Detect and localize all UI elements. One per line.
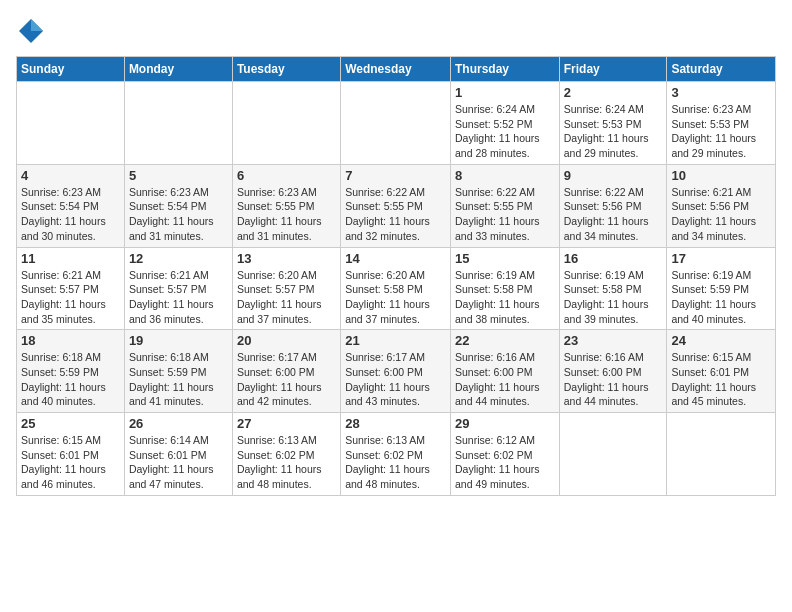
day-info: Sunrise: 6:21 AMSunset: 5:57 PMDaylight:… [129, 268, 228, 327]
day-info: Sunrise: 6:13 AMSunset: 6:02 PMDaylight:… [237, 433, 336, 492]
calendar-cell: 18Sunrise: 6:18 AMSunset: 5:59 PMDayligh… [17, 330, 125, 413]
day-info: Sunrise: 6:18 AMSunset: 5:59 PMDaylight:… [21, 350, 120, 409]
weekday-header-sunday: Sunday [17, 57, 125, 82]
day-info: Sunrise: 6:13 AMSunset: 6:02 PMDaylight:… [345, 433, 446, 492]
week-row-1: 1Sunrise: 6:24 AMSunset: 5:52 PMDaylight… [17, 82, 776, 165]
weekday-header-wednesday: Wednesday [341, 57, 451, 82]
day-info: Sunrise: 6:22 AMSunset: 5:55 PMDaylight:… [455, 185, 555, 244]
calendar-cell: 15Sunrise: 6:19 AMSunset: 5:58 PMDayligh… [450, 247, 559, 330]
day-info: Sunrise: 6:21 AMSunset: 5:57 PMDaylight:… [21, 268, 120, 327]
day-number: 17 [671, 251, 771, 266]
calendar-cell: 11Sunrise: 6:21 AMSunset: 5:57 PMDayligh… [17, 247, 125, 330]
calendar-cell: 7Sunrise: 6:22 AMSunset: 5:55 PMDaylight… [341, 164, 451, 247]
day-number: 7 [345, 168, 446, 183]
day-info: Sunrise: 6:19 AMSunset: 5:59 PMDaylight:… [671, 268, 771, 327]
day-number: 29 [455, 416, 555, 431]
calendar-table: SundayMondayTuesdayWednesdayThursdayFrid… [16, 56, 776, 496]
day-info: Sunrise: 6:16 AMSunset: 6:00 PMDaylight:… [564, 350, 663, 409]
weekday-header-thursday: Thursday [450, 57, 559, 82]
calendar-cell: 22Sunrise: 6:16 AMSunset: 6:00 PMDayligh… [450, 330, 559, 413]
day-info: Sunrise: 6:19 AMSunset: 5:58 PMDaylight:… [564, 268, 663, 327]
day-number: 12 [129, 251, 228, 266]
calendar-cell: 13Sunrise: 6:20 AMSunset: 5:57 PMDayligh… [232, 247, 340, 330]
day-number: 3 [671, 85, 771, 100]
day-number: 20 [237, 333, 336, 348]
day-info: Sunrise: 6:15 AMSunset: 6:01 PMDaylight:… [21, 433, 120, 492]
day-number: 24 [671, 333, 771, 348]
day-info: Sunrise: 6:22 AMSunset: 5:56 PMDaylight:… [564, 185, 663, 244]
calendar-cell: 17Sunrise: 6:19 AMSunset: 5:59 PMDayligh… [667, 247, 776, 330]
logo-icon [16, 16, 46, 46]
day-number: 25 [21, 416, 120, 431]
calendar-cell [341, 82, 451, 165]
calendar-cell: 23Sunrise: 6:16 AMSunset: 6:00 PMDayligh… [559, 330, 667, 413]
day-info: Sunrise: 6:20 AMSunset: 5:57 PMDaylight:… [237, 268, 336, 327]
day-number: 15 [455, 251, 555, 266]
week-row-3: 11Sunrise: 6:21 AMSunset: 5:57 PMDayligh… [17, 247, 776, 330]
day-number: 9 [564, 168, 663, 183]
calendar-cell: 9Sunrise: 6:22 AMSunset: 5:56 PMDaylight… [559, 164, 667, 247]
calendar-cell [232, 82, 340, 165]
day-number: 26 [129, 416, 228, 431]
day-info: Sunrise: 6:20 AMSunset: 5:58 PMDaylight:… [345, 268, 446, 327]
day-number: 6 [237, 168, 336, 183]
calendar-cell: 3Sunrise: 6:23 AMSunset: 5:53 PMDaylight… [667, 82, 776, 165]
day-info: Sunrise: 6:23 AMSunset: 5:54 PMDaylight:… [21, 185, 120, 244]
day-info: Sunrise: 6:17 AMSunset: 6:00 PMDaylight:… [345, 350, 446, 409]
day-info: Sunrise: 6:21 AMSunset: 5:56 PMDaylight:… [671, 185, 771, 244]
calendar-cell: 28Sunrise: 6:13 AMSunset: 6:02 PMDayligh… [341, 413, 451, 496]
day-number: 2 [564, 85, 663, 100]
weekday-header-tuesday: Tuesday [232, 57, 340, 82]
day-number: 8 [455, 168, 555, 183]
calendar-cell [667, 413, 776, 496]
calendar-cell: 27Sunrise: 6:13 AMSunset: 6:02 PMDayligh… [232, 413, 340, 496]
day-info: Sunrise: 6:14 AMSunset: 6:01 PMDaylight:… [129, 433, 228, 492]
day-info: Sunrise: 6:24 AMSunset: 5:52 PMDaylight:… [455, 102, 555, 161]
calendar-cell: 10Sunrise: 6:21 AMSunset: 5:56 PMDayligh… [667, 164, 776, 247]
day-number: 14 [345, 251, 446, 266]
calendar-cell: 8Sunrise: 6:22 AMSunset: 5:55 PMDaylight… [450, 164, 559, 247]
weekday-header-friday: Friday [559, 57, 667, 82]
calendar-cell: 4Sunrise: 6:23 AMSunset: 5:54 PMDaylight… [17, 164, 125, 247]
day-info: Sunrise: 6:18 AMSunset: 5:59 PMDaylight:… [129, 350, 228, 409]
day-info: Sunrise: 6:17 AMSunset: 6:00 PMDaylight:… [237, 350, 336, 409]
day-info: Sunrise: 6:19 AMSunset: 5:58 PMDaylight:… [455, 268, 555, 327]
calendar-cell: 12Sunrise: 6:21 AMSunset: 5:57 PMDayligh… [124, 247, 232, 330]
day-number: 13 [237, 251, 336, 266]
calendar-cell [559, 413, 667, 496]
calendar-cell: 24Sunrise: 6:15 AMSunset: 6:01 PMDayligh… [667, 330, 776, 413]
week-row-2: 4Sunrise: 6:23 AMSunset: 5:54 PMDaylight… [17, 164, 776, 247]
day-info: Sunrise: 6:23 AMSunset: 5:53 PMDaylight:… [671, 102, 771, 161]
calendar-cell: 26Sunrise: 6:14 AMSunset: 6:01 PMDayligh… [124, 413, 232, 496]
day-number: 18 [21, 333, 120, 348]
day-number: 22 [455, 333, 555, 348]
day-number: 19 [129, 333, 228, 348]
calendar-cell: 16Sunrise: 6:19 AMSunset: 5:58 PMDayligh… [559, 247, 667, 330]
day-info: Sunrise: 6:23 AMSunset: 5:55 PMDaylight:… [237, 185, 336, 244]
day-number: 10 [671, 168, 771, 183]
weekday-header-saturday: Saturday [667, 57, 776, 82]
calendar-cell: 2Sunrise: 6:24 AMSunset: 5:53 PMDaylight… [559, 82, 667, 165]
calendar-cell [124, 82, 232, 165]
calendar-cell: 20Sunrise: 6:17 AMSunset: 6:00 PMDayligh… [232, 330, 340, 413]
calendar-cell [17, 82, 125, 165]
day-info: Sunrise: 6:12 AMSunset: 6:02 PMDaylight:… [455, 433, 555, 492]
calendar-cell: 1Sunrise: 6:24 AMSunset: 5:52 PMDaylight… [450, 82, 559, 165]
weekday-header-monday: Monday [124, 57, 232, 82]
logo [16, 16, 50, 46]
day-number: 27 [237, 416, 336, 431]
calendar-cell: 5Sunrise: 6:23 AMSunset: 5:54 PMDaylight… [124, 164, 232, 247]
day-info: Sunrise: 6:23 AMSunset: 5:54 PMDaylight:… [129, 185, 228, 244]
svg-marker-1 [31, 19, 43, 31]
calendar-cell: 14Sunrise: 6:20 AMSunset: 5:58 PMDayligh… [341, 247, 451, 330]
day-info: Sunrise: 6:16 AMSunset: 6:00 PMDaylight:… [455, 350, 555, 409]
day-info: Sunrise: 6:24 AMSunset: 5:53 PMDaylight:… [564, 102, 663, 161]
calendar-cell: 25Sunrise: 6:15 AMSunset: 6:01 PMDayligh… [17, 413, 125, 496]
calendar-cell: 6Sunrise: 6:23 AMSunset: 5:55 PMDaylight… [232, 164, 340, 247]
day-info: Sunrise: 6:15 AMSunset: 6:01 PMDaylight:… [671, 350, 771, 409]
day-number: 23 [564, 333, 663, 348]
day-number: 16 [564, 251, 663, 266]
week-row-4: 18Sunrise: 6:18 AMSunset: 5:59 PMDayligh… [17, 330, 776, 413]
day-number: 1 [455, 85, 555, 100]
calendar-cell: 19Sunrise: 6:18 AMSunset: 5:59 PMDayligh… [124, 330, 232, 413]
